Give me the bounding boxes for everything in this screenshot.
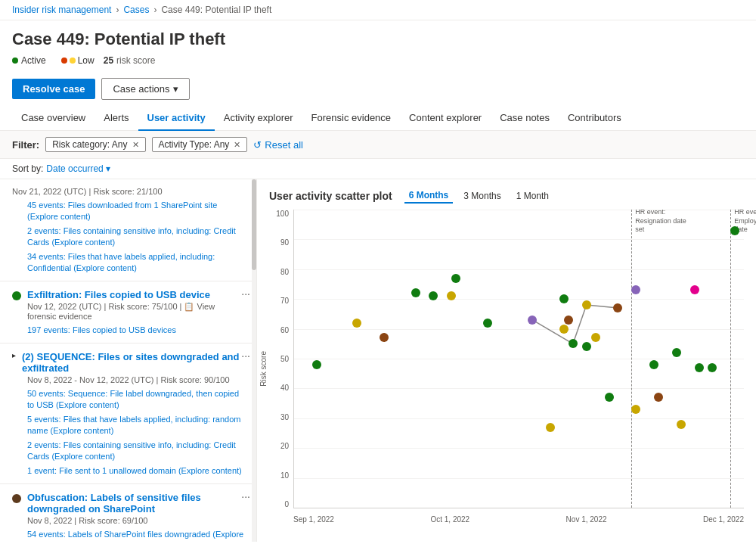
status-severity-indicator: Low (55, 55, 94, 66)
resolve-case-button[interactable]: Resolve case (12, 79, 95, 99)
scatter-dot[interactable] (559, 294, 569, 303)
y-tick-70: 70 (280, 297, 289, 305)
plot-header: User activity scatter plot 6 Months 3 Mo… (269, 188, 744, 204)
activity-type-label: Activity Type: Any (159, 139, 230, 150)
chevron-down-icon: ▾ (173, 83, 178, 95)
activity-link[interactable]: 34 events: Files that have labels applie… (27, 252, 215, 272)
activity-link[interactable]: 197 events: Files copied to USB devices (27, 325, 176, 334)
left-panel: Nov 21, 2022 (UTC) | Risk score: 21/100 … (0, 179, 257, 542)
x-label-oct: Oct 1, 2022 (430, 515, 469, 524)
time-filter-1month[interactable]: 1 Month (512, 188, 553, 204)
more-button[interactable]: ··· (241, 490, 250, 502)
case-actions-label: Case actions (113, 83, 169, 95)
scatter-dot[interactable] (483, 319, 492, 328)
activity-link[interactable]: 2 events: Files containing sensitive inf… (27, 226, 236, 247)
y-tick-90: 90 (280, 238, 289, 247)
risk-score: 25 risk score (104, 55, 156, 66)
y-tick-30: 30 (280, 413, 289, 421)
sort-bar: Sort by: Date occurred ▾ (0, 159, 756, 179)
activity-link[interactable]: 5 events: Files that have labels applied… (27, 415, 241, 435)
scatter-dot[interactable] (654, 393, 663, 402)
tab-activity-explorer[interactable]: Activity explorer (215, 106, 302, 131)
scroll-area[interactable]: Nov 21, 2022 (UTC) | Risk score: 21/100 … (0, 179, 256, 542)
scatter-dot[interactable] (695, 363, 704, 372)
sort-by-date[interactable]: Date occurred ▾ (46, 163, 110, 174)
tab-content-explorer[interactable]: Content explorer (400, 106, 491, 131)
activity-title[interactable]: (2) SEQUENCE: Files or sites downgraded … (22, 351, 244, 374)
breadcrumb-sep-1: › (116, 5, 119, 15)
scatter-dot[interactable] (546, 423, 555, 432)
scatter-dot[interactable] (672, 348, 681, 357)
reset-all-button[interactable]: ↺ Reset all (253, 139, 303, 151)
case-actions-button[interactable]: Case actions ▾ (101, 78, 189, 100)
scatter-dot[interactable] (690, 285, 699, 294)
scatter-dot[interactable] (447, 291, 456, 300)
risk-category-close-icon[interactable]: ✕ (132, 140, 139, 150)
scatter-dot[interactable] (312, 360, 321, 369)
tab-user-activity[interactable]: User activity (138, 106, 215, 131)
more-button[interactable]: ··· (241, 288, 250, 300)
tab-case-overview[interactable]: Case overview (12, 106, 94, 131)
scatter-dot[interactable] (559, 325, 569, 334)
breadcrumb: Insider risk management › Cases › Case 4… (0, 0, 756, 20)
risk-category-filter[interactable]: Risk category: Any ✕ (45, 137, 145, 152)
dot-active-icon (12, 58, 18, 64)
tabs-container: Case overview Alerts User activity Activ… (0, 106, 756, 131)
y-tick-10: 10 (280, 471, 289, 480)
breadcrumb-sep-2: › (153, 5, 156, 15)
scatter-dot[interactable] (708, 363, 717, 372)
expand-icon[interactable]: ▸ (12, 351, 16, 359)
breadcrumb-insider-risk[interactable]: Insider risk management (12, 5, 111, 15)
time-filter-6months[interactable]: 6 Months (404, 188, 454, 204)
activity-link[interactable]: 2 events: Files containing sensitive inf… (27, 440, 236, 461)
tab-case-notes[interactable]: Case notes (491, 106, 559, 131)
y-axis: 100 90 80 70 60 50 40 30 20 10 0 (269, 210, 292, 508)
more-button[interactable]: ··· (241, 350, 250, 362)
scatter-dot[interactable] (429, 291, 438, 300)
scatter-dot[interactable] (605, 393, 614, 402)
reset-label: Reset all (265, 139, 303, 151)
scatter-dot[interactable] (411, 288, 420, 297)
forensic-link[interactable]: 📋 View forensic evidence (27, 302, 215, 321)
time-filter-3months[interactable]: 3 Months (459, 188, 505, 204)
activity-title[interactable]: Exfiltration: Files copied to USB device (27, 289, 244, 300)
scatter-dot[interactable] (582, 342, 591, 351)
y-tick-100: 100 (276, 210, 289, 218)
tab-forensic-evidence[interactable]: Forensic evidence (302, 106, 401, 131)
scatter-dot[interactable] (677, 420, 686, 429)
page-title: Case 449: Potential IP theft (12, 30, 744, 49)
activity-link[interactable]: 1 event: File sent to 1 unallowed domain… (27, 466, 242, 475)
scatter-dot[interactable] (613, 303, 622, 312)
activity-link[interactable]: 54 events: Labels of SharePoint files do… (27, 530, 243, 542)
scatter-dot[interactable] (569, 339, 578, 348)
time-filter-group: 6 Months 3 Months 1 Month (404, 188, 553, 204)
activity-title[interactable]: Obfuscation: Labels of sensitive files d… (27, 492, 244, 514)
tab-contributors[interactable]: Contributors (559, 106, 631, 131)
scatter-dot[interactable] (631, 405, 640, 414)
dot-orange-icon (61, 58, 67, 64)
scatter-dot[interactable] (564, 316, 573, 325)
scatter-dot[interactable] (352, 319, 361, 328)
activity-link[interactable]: 45 events: Files downloaded from 1 Share… (27, 201, 217, 221)
activity-type-close-icon[interactable]: ✕ (234, 140, 240, 150)
scatter-dot[interactable] (649, 360, 658, 369)
tab-alerts[interactable]: Alerts (94, 106, 138, 131)
scatter-dot[interactable] (528, 316, 537, 325)
scatter-dot[interactable] (380, 333, 389, 342)
scatter-dot[interactable] (591, 333, 600, 342)
scrollbar-thumb[interactable] (252, 179, 256, 270)
breadcrumb-cases[interactable]: Cases (123, 5, 149, 15)
activity-link[interactable]: 50 events: Sequence: File label downgrad… (27, 389, 239, 409)
activity-type-filter[interactable]: Activity Type: Any ✕ (152, 137, 248, 152)
scatter-dot[interactable] (631, 285, 640, 294)
x-axis-labels: Sep 1, 2022 Oct 1, 2022 Nov 1, 2022 Dec … (293, 515, 744, 524)
risk-score-number: 25 (104, 55, 113, 66)
scatter-dot[interactable] (451, 274, 460, 283)
dot-yellow-icon (70, 58, 76, 64)
scatter-dot[interactable] (730, 226, 739, 235)
scatter-dot[interactable] (582, 300, 591, 309)
y-tick-0: 0 (284, 500, 289, 508)
y-tick-20: 20 (280, 442, 289, 450)
x-label-sep: Sep 1, 2022 (293, 515, 334, 524)
activity-status-icon (12, 291, 21, 300)
